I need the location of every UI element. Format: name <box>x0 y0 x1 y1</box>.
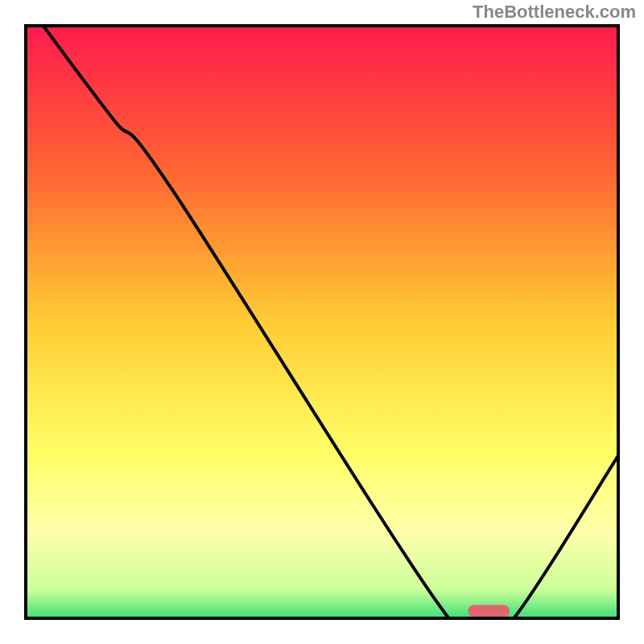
optimal-marker <box>468 605 510 617</box>
bottleneck-chart <box>24 24 620 620</box>
chart-background <box>24 24 620 620</box>
watermark-text: TheBottleneck.com <box>473 2 636 23</box>
